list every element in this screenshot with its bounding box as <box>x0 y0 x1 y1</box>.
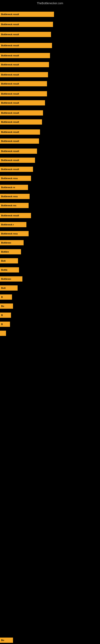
bar-row: Bottleneck result <box>0 119 42 124</box>
bar-row: Bottleneck result <box>0 167 33 172</box>
bar-label: Bott <box>1 260 6 262</box>
bar-row: Bottlenec <box>0 276 22 282</box>
bar-label: B <box>1 314 3 316</box>
bar-label: Bottleneck result <box>1 131 19 133</box>
bar-row: Bottleneck result <box>0 72 48 77</box>
bar-row: Bottleneck resu <box>0 194 30 199</box>
bar-label: Bottle <box>1 269 7 271</box>
bar-label: Bo <box>1 305 4 307</box>
bar-label: Bottleneck result <box>1 112 19 114</box>
bar-row: Bott <box>0 285 18 290</box>
bar-label: Bottleneck resu <box>1 232 18 235</box>
bar-row: Bottleneck result <box>0 81 47 86</box>
bar-row: Bottleneck result <box>0 62 49 67</box>
site-title: TheBottlenecker.com <box>0 0 100 6</box>
bar-label: Bottleneck result <box>1 44 19 47</box>
bar-label: Bottleneck result <box>1 159 19 162</box>
bar-row: Bottle <box>0 267 19 272</box>
bar-row: Bottleneck result <box>0 130 40 135</box>
bar-row <box>0 331 6 336</box>
bar-row: Bo <box>0 638 13 643</box>
bar-row: Bottleneck resu <box>0 231 29 236</box>
bar-label: Bottleneck result <box>1 121 19 123</box>
bar-label: Bottleneck result <box>1 140 19 142</box>
bar-row: B <box>0 322 10 327</box>
bar-row: Bottleneck result <box>0 53 50 58</box>
bar-label: Bottleneck re <box>1 186 15 188</box>
bar-label: Bottleneck result <box>1 82 19 85</box>
bar-label: Bottlenec <box>1 278 11 280</box>
bar-row: B <box>0 312 11 318</box>
bar-label: Bottleneck result <box>1 64 19 66</box>
bar-label: Bottleneck result <box>1 23 19 26</box>
bar-row: B <box>0 294 12 300</box>
bar-row: Bottleneck result <box>0 213 31 218</box>
bar-row: Bottleneck result <box>0 100 45 106</box>
bar-row: Bottleneck result <box>0 32 51 37</box>
bar-row: Bottlen <box>0 249 21 254</box>
bar-label: Bottleneck result <box>1 33 19 36</box>
bar-label: Bottleneck result <box>1 13 19 16</box>
bar-row: Bottlenec <box>0 240 24 245</box>
bar-row: Bo <box>0 304 13 309</box>
bar-label: Bottleneck result <box>1 150 19 152</box>
bar-row: Bottleneck result <box>0 43 52 48</box>
bar-label: Bottleneck r <box>1 224 14 226</box>
bar-label: Bottlenec <box>1 242 11 244</box>
bar-label: Bottlen <box>1 250 9 253</box>
bar-label: Bottleneck result <box>1 214 19 217</box>
bar-row: Bottleneck r <box>0 222 26 227</box>
bar-row: Bottleneck result <box>0 110 43 116</box>
bar-label: B <box>1 323 3 326</box>
bar-label: Bottleneck result <box>1 54 19 57</box>
bar-label: Bottleneck resu <box>1 195 18 198</box>
bar-label: Bottleneck res <box>1 204 16 207</box>
bar-label: Bottleneck resu <box>1 177 18 180</box>
bar-row: Bottleneck result <box>0 148 37 154</box>
bar-row: Bottleneck result <box>0 91 47 96</box>
bar-label: Bottleneck result <box>1 102 19 104</box>
bar-label: Bottleneck result <box>1 92 19 95</box>
bar-row: Bottleneck result <box>0 158 35 163</box>
bar-row: Bott <box>0 258 18 264</box>
bar-label: Bo <box>1 639 4 642</box>
bar-row: Bottleneck re <box>0 185 28 190</box>
bar-label: Bottleneck result <box>1 74 19 76</box>
bar-label: Bottleneck result <box>1 168 19 170</box>
bar-row: Bottleneck resu <box>0 176 31 181</box>
bar-row: Bottleneck res <box>0 203 29 208</box>
bar-label: Bott <box>1 287 6 289</box>
bar-row: Bottleneck result <box>0 12 54 17</box>
bar-row: Bottleneck result <box>0 138 39 144</box>
bar-row: Bottleneck result <box>0 22 53 27</box>
bar-label: B <box>1 296 3 298</box>
